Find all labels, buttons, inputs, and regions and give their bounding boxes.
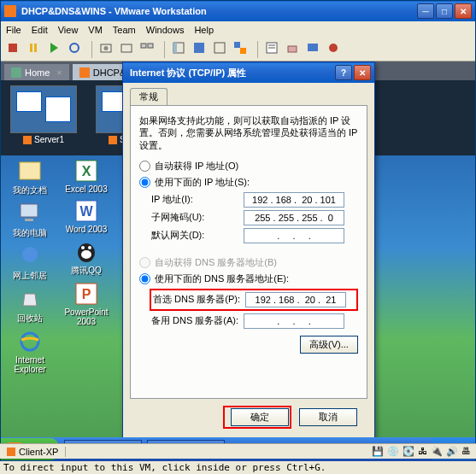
svg-rect-23 xyxy=(21,204,38,217)
minimize-button[interactable]: ─ xyxy=(417,3,434,19)
svg-point-25 xyxy=(22,247,38,262)
cancel-button[interactable]: 取消 xyxy=(299,408,357,426)
svg-point-26 xyxy=(21,333,38,350)
svg-point-21 xyxy=(329,44,338,52)
summary-icon[interactable] xyxy=(265,41,282,58)
qq-icon[interactable]: 腾讯QQ xyxy=(62,237,110,277)
appliance-icon[interactable] xyxy=(285,41,303,58)
menu-windows[interactable]: Windows xyxy=(146,25,185,35)
revert-icon[interactable] xyxy=(120,41,137,58)
svg-point-32 xyxy=(81,250,91,259)
radio-manual-ip[interactable]: 使用下面的 IP 地址(S): xyxy=(139,176,358,189)
advanced-button[interactable]: 高级(V)... xyxy=(300,336,358,354)
svg-point-4 xyxy=(70,44,79,52)
mydocs-icon[interactable]: 我的文档 xyxy=(6,157,54,196)
manager-icon[interactable] xyxy=(140,41,157,58)
dns2-field: 备用 DNS 服务器(A): xyxy=(151,313,358,329)
radio-manual-dns[interactable]: 使用下面的 DNS 服务器地址(E): xyxy=(139,272,358,285)
help-button[interactable]: ? xyxy=(335,65,352,80)
radio-auto-dns: 自动获得 DNS 服务器地址(B) xyxy=(139,256,358,269)
unity-icon[interactable] xyxy=(233,41,250,58)
close-icon[interactable]: × xyxy=(56,67,62,78)
ok-button[interactable]: 确定 xyxy=(231,408,289,426)
svg-marker-3 xyxy=(50,43,58,53)
svg-rect-8 xyxy=(141,44,146,48)
device-usb-icon[interactable]: 🔌 xyxy=(431,446,443,457)
dialog-description: 如果网络支持此功能，则可以获取自动指派的 IP 设置。否则，您需要从网络系统管理… xyxy=(139,114,358,151)
ip-input[interactable] xyxy=(244,192,344,208)
svg-point-6 xyxy=(104,46,109,50)
device-floppy-icon[interactable]: 💽 xyxy=(403,446,414,457)
device-hdd-icon[interactable]: 💾 xyxy=(372,446,384,457)
dns1-input[interactable] xyxy=(245,292,346,307)
radio-auto-ip[interactable]: 自动获得 IP 地址(O) xyxy=(139,160,358,173)
vmware-icon xyxy=(4,5,16,17)
suspend-icon[interactable] xyxy=(26,41,44,58)
dns2-input[interactable] xyxy=(244,313,344,329)
svg-point-33 xyxy=(81,246,85,249)
mask-input[interactable] xyxy=(244,210,344,225)
svg-rect-20 xyxy=(308,44,318,51)
vmware-titlebar: DHCP&DNS&WINS - VMware Workstation ─ □ ✕ xyxy=(1,1,475,21)
toolbar xyxy=(1,38,475,61)
recycle-icon[interactable]: 回收站 xyxy=(6,285,54,325)
svg-rect-2 xyxy=(34,44,37,52)
menu-vm[interactable]: VM xyxy=(88,25,103,35)
gateway-input[interactable] xyxy=(244,228,344,243)
poweron-icon[interactable] xyxy=(47,41,64,58)
svg-rect-24 xyxy=(25,219,33,221)
ip-field: IP 地址(I): xyxy=(151,192,358,208)
device-printer-icon[interactable]: 🖶 xyxy=(461,446,471,457)
menu-help[interactable]: Help xyxy=(194,25,214,35)
home-icon xyxy=(11,67,21,78)
menu-view[interactable]: View xyxy=(58,25,79,35)
mask-field: 子网掩码(U): xyxy=(151,210,358,225)
fullscreen-icon[interactable] xyxy=(192,41,209,58)
svg-text:X: X xyxy=(82,164,91,178)
device-sound-icon[interactable]: 🔊 xyxy=(446,446,458,457)
guest-desktop[interactable]: 我的文档 我的电脑 网上邻居 回收站 Internet Explorer XEx… xyxy=(1,155,475,461)
sidebar-icon[interactable] xyxy=(172,41,189,58)
menu-team[interactable]: Team xyxy=(113,25,136,35)
desktop-icons: 我的文档 我的电脑 网上邻居 回收站 Internet Explorer XEx… xyxy=(6,157,110,374)
device-cd-icon[interactable]: 💿 xyxy=(387,446,399,457)
svg-rect-13 xyxy=(214,43,225,53)
network-icon[interactable]: 网上邻居 xyxy=(6,243,54,282)
menu-file[interactable]: File xyxy=(6,25,21,35)
device-net-icon[interactable]: 🖧 xyxy=(418,446,427,457)
console-icon[interactable] xyxy=(306,41,323,58)
dialog-close-button[interactable]: ✕ xyxy=(354,65,371,80)
vm-status-bar: Client-XP 💾 💿 💽 🖧 🔌 🔊 🖶 xyxy=(0,443,476,459)
gateway-field: 默认网关(D): xyxy=(151,228,358,243)
menu-edit[interactable]: Edit xyxy=(32,25,48,35)
menubar: File Edit View VM Team Windows Help xyxy=(1,21,475,38)
tcpip-dialog: Internet 协议 (TCP/IP) 属性 ? ✕ 常规 如果网络支持此功能… xyxy=(122,61,375,442)
dialog-titlebar: Internet 协议 (TCP/IP) 属性 ? ✕ xyxy=(123,62,374,83)
svg-rect-1 xyxy=(30,44,32,52)
ie-icon[interactable]: Internet Explorer xyxy=(6,328,54,374)
poweroff-icon[interactable] xyxy=(6,41,23,58)
word-icon[interactable]: WWord 2003 xyxy=(62,197,110,234)
vm-icon xyxy=(79,67,90,78)
mycomputer-icon[interactable]: 我的电脑 xyxy=(6,200,54,239)
footer-hint: To direct input to this VM, click inside… xyxy=(0,461,476,474)
reset-icon[interactable] xyxy=(68,41,85,58)
thumb-server1[interactable]: Server1 xyxy=(6,85,81,150)
svg-rect-12 xyxy=(194,43,204,53)
tab-general[interactable]: 常规 xyxy=(130,88,167,105)
svg-rect-15 xyxy=(240,48,246,54)
ppt-icon[interactable]: PPowerPoint 2003 xyxy=(62,280,110,326)
dns1-highlight: 首选 DNS 服务器(P): xyxy=(150,289,358,311)
svg-rect-14 xyxy=(234,42,240,48)
quickswitch-icon[interactable] xyxy=(213,41,230,58)
window-title: DHCP&DNS&WINS - VMware Workstation xyxy=(21,6,417,16)
svg-rect-0 xyxy=(9,44,17,52)
snapshot-icon[interactable] xyxy=(99,41,116,58)
capture-icon[interactable] xyxy=(326,41,344,58)
excel-icon[interactable]: XExcel 2003 xyxy=(62,157,110,194)
dns1-field: 首选 DNS 服务器(P): xyxy=(153,292,355,307)
tab-home[interactable]: Home× xyxy=(4,64,69,80)
close-button[interactable]: ✕ xyxy=(455,3,472,19)
maximize-button[interactable]: □ xyxy=(436,3,453,19)
svg-rect-7 xyxy=(121,44,132,52)
